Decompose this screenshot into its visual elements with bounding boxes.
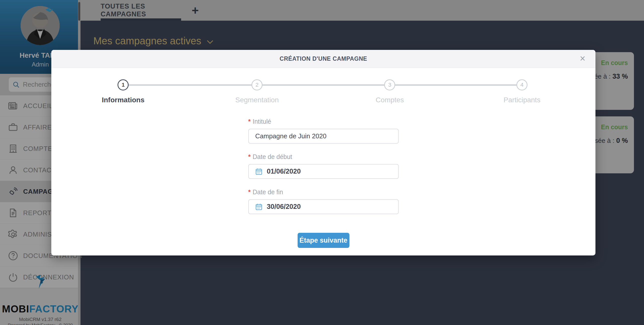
label-text: Intitulé xyxy=(253,118,271,125)
stepper-connector xyxy=(123,84,522,86)
close-icon[interactable]: × xyxy=(580,53,585,64)
required-asterisk: * xyxy=(248,153,251,160)
next-step-button[interactable]: Étape suivante xyxy=(298,233,349,248)
step-informations: 1 Informations xyxy=(102,74,145,104)
field-label: *Intitulé xyxy=(248,118,399,125)
step-comptes: 3 Comptes xyxy=(376,74,404,104)
step-label: Comptes xyxy=(376,96,404,104)
label-text: Date de fin xyxy=(253,188,283,196)
step-circle-2[interactable]: 2 xyxy=(252,79,263,90)
field-label: *Date de fin xyxy=(248,188,399,196)
step-label: Segmentation xyxy=(235,96,279,104)
date-fin-input[interactable]: 30/06/2020 xyxy=(248,199,399,214)
required-asterisk: * xyxy=(248,118,251,125)
label-text: Date de début xyxy=(253,153,292,160)
required-asterisk: * xyxy=(248,188,251,196)
calendar-icon xyxy=(255,168,263,176)
calendar-icon xyxy=(255,203,263,211)
modal-header: CRÉATION D'UNE CAMPAGNE × xyxy=(51,50,595,68)
field-date-debut: *Date de début 01/06/2020 xyxy=(248,153,399,179)
step-participants: 4 Participants xyxy=(504,74,540,104)
step-circle-1[interactable]: 1 xyxy=(118,79,129,90)
field-intitule: *Intitulé xyxy=(248,118,399,144)
date-debut-value: 01/06/2020 xyxy=(267,168,301,175)
field-date-fin: *Date de fin 30/06/2020 xyxy=(248,188,399,214)
step-circle-4[interactable]: 4 xyxy=(516,79,528,90)
stepper: 1 Informations 2 Segmentation 3 Comptes … xyxy=(51,74,595,112)
app-window: Hervé TAMA Admin ACCUEIL xyxy=(0,0,644,325)
campaign-form: *Intitulé *Date de début 01/06/2020 *Dat… xyxy=(248,118,399,248)
modal-title: CRÉATION D'UNE CAMPAGNE xyxy=(279,55,367,62)
date-debut-input[interactable]: 01/06/2020 xyxy=(248,164,399,179)
step-segmentation: 2 Segmentation xyxy=(235,74,279,104)
campaign-creation-modal: CRÉATION D'UNE CAMPAGNE × 1 Informations… xyxy=(51,50,595,255)
step-label: Informations xyxy=(102,96,145,104)
field-label: *Date de début xyxy=(248,153,399,160)
intitule-input[interactable] xyxy=(248,129,399,144)
step-circle-3[interactable]: 3 xyxy=(384,79,395,90)
step-label: Participants xyxy=(504,96,540,104)
date-fin-value: 30/06/2020 xyxy=(267,203,301,211)
